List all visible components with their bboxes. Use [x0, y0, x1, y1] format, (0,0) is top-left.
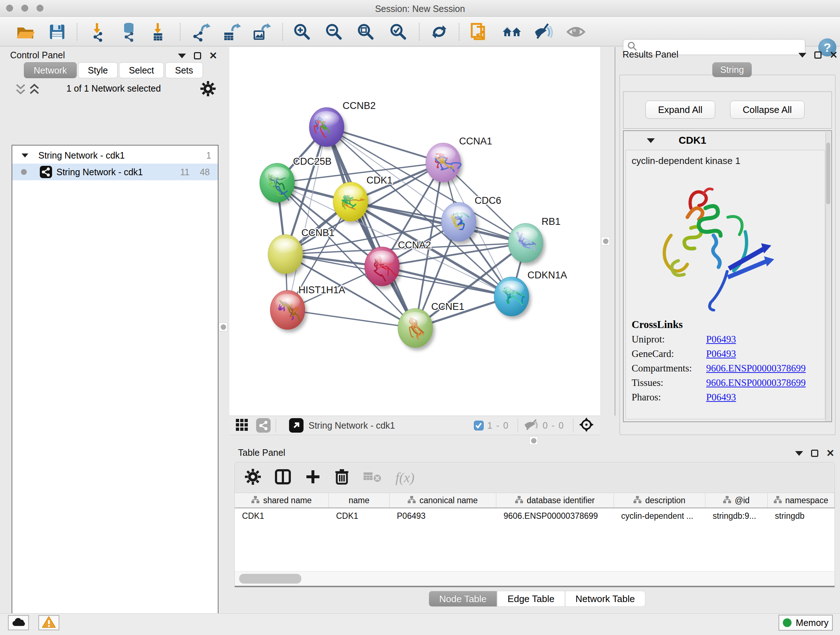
network-canvas[interactable]: CCNB2 CCNA1 CDC25B CDK1 CDC6 RB1 CCNB1 C… — [229, 47, 600, 416]
import-table-button[interactable] — [148, 21, 169, 42]
collapse-all-button[interactable]: Collapse All — [730, 101, 805, 119]
zoom-selected-button[interactable] — [387, 21, 409, 42]
table-row[interactable]: CDK1CDK1P064939606.ENSP00000378699cyclin… — [235, 508, 835, 524]
hidden-eye-icon[interactable] — [523, 418, 539, 432]
zoom-selected-icon — [388, 22, 408, 42]
tab-style[interactable]: Style — [78, 62, 118, 78]
gear-icon[interactable] — [201, 81, 216, 98]
expand-all-icon[interactable] — [28, 82, 41, 98]
add-column-icon[interactable] — [305, 469, 321, 486]
tab-network[interactable]: Network — [24, 62, 77, 78]
crosslink-link[interactable]: 9606.ENSP00000378699 — [706, 363, 806, 374]
table-float-icon[interactable] — [795, 451, 803, 456]
zoom-in-button[interactable] — [291, 21, 312, 42]
horizontal-splitter-handle[interactable] — [529, 436, 538, 445]
tab-sets[interactable]: Sets — [165, 62, 203, 78]
cloud-icon — [11, 616, 26, 629]
panel-close-icon[interactable]: ✕ — [209, 52, 218, 59]
selected-nodes-checkbox-icon[interactable] — [474, 421, 484, 431]
left-splitter-handle[interactable] — [219, 323, 227, 331]
table-cell[interactable]: 9606.ENSP00000378699 — [496, 508, 614, 524]
tab-string[interactable]: String — [712, 62, 752, 77]
import-network-database-button[interactable] — [118, 21, 139, 42]
node-CCNA1[interactable]: CCNA1 — [426, 136, 493, 182]
apply-layout-button[interactable] — [429, 21, 450, 42]
tab-edge-table[interactable]: Edge Table — [497, 591, 565, 607]
panel-maximize-icon[interactable] — [194, 52, 201, 59]
panel-float-icon[interactable] — [178, 54, 186, 58]
import-table-icon — [148, 22, 169, 42]
import-network-file-button[interactable] — [88, 21, 109, 42]
network-row[interactable]: String Network - cdk1 11 48 — [12, 164, 218, 180]
crosslink-link[interactable]: P06493 — [706, 348, 736, 359]
open-in-new-icon[interactable] — [289, 418, 303, 432]
table-settings-gear-icon[interactable] — [245, 469, 261, 486]
node-HIST1H1A[interactable]: HIST1H1A — [270, 285, 345, 329]
edge-CCNA2-CDKN1A[interactable] — [382, 266, 512, 296]
duplicate-network-icon — [469, 22, 489, 42]
tab-node-table[interactable]: Node Table — [429, 591, 497, 607]
column-header-description[interactable]: description — [614, 493, 706, 508]
column-header-canonical-name[interactable]: canonical name — [390, 493, 496, 508]
duplicate-network-button[interactable] — [469, 21, 489, 42]
show-all-button[interactable] — [565, 21, 586, 42]
node-RB1[interactable]: RB1 — [508, 216, 561, 263]
protein-expander-icon[interactable] — [647, 138, 655, 143]
column-header-namespace[interactable]: namespace — [767, 493, 835, 508]
node-CDC25B[interactable]: CDC25B — [260, 156, 332, 203]
crosslink-link[interactable]: P06493 — [706, 392, 736, 403]
collapse-all-icon[interactable] — [14, 82, 27, 98]
column-label: @id — [735, 496, 750, 505]
table-close-icon[interactable]: ✕ — [826, 450, 835, 457]
crosslink-link[interactable]: P06493 — [706, 334, 736, 345]
string-app-icon[interactable] — [256, 418, 271, 432]
zoom-fit-button[interactable] — [355, 21, 376, 42]
node-CCNB1[interactable]: CCNB1 — [268, 227, 335, 274]
crosshair-icon[interactable] — [578, 417, 594, 434]
edge-HIST1H1A-CCNE1[interactable] — [287, 310, 415, 328]
zoom-out-button[interactable] — [323, 21, 344, 42]
cloud-button[interactable] — [8, 615, 29, 630]
results-maximize-icon[interactable] — [814, 51, 821, 59]
table-maximize-icon[interactable] — [811, 450, 818, 457]
network-collection-row[interactable]: String Network - cdk1 1 — [12, 147, 218, 164]
results-scrollbar[interactable] — [826, 132, 831, 421]
table-cell[interactable]: cyclin-dependent ... — [614, 508, 706, 524]
shared-column-icon — [408, 496, 416, 505]
hscroll-thumb[interactable] — [239, 574, 302, 584]
edge-CCNB2-CCNE1[interactable] — [327, 127, 415, 328]
warning-button[interactable] — [38, 615, 59, 630]
table-cell[interactable]: stringdb — [767, 508, 835, 524]
results-float-icon[interactable] — [798, 53, 806, 57]
column-header-shared-name[interactable]: shared name — [235, 493, 329, 508]
first-neighbors-button[interactable] — [501, 21, 523, 42]
table-cell[interactable]: P06493 — [390, 508, 496, 524]
table-cell[interactable]: CDK1 — [235, 508, 329, 524]
table-cell[interactable]: stringdb:9... — [706, 508, 767, 524]
save-session-button[interactable] — [47, 21, 68, 42]
delete-column-icon[interactable] — [335, 469, 349, 486]
export-table-button[interactable] — [221, 21, 242, 42]
vertical-splitter-handle[interactable] — [601, 237, 610, 245]
expand-all-button[interactable]: Expand All — [645, 101, 715, 119]
node-CCNE1[interactable]: CCNE1 — [398, 301, 464, 348]
tab-select[interactable]: Select — [119, 62, 164, 78]
column-header-database-identifier[interactable]: database identifier — [496, 493, 614, 508]
hide-selected-button[interactable] — [532, 21, 554, 42]
edge-CCNB2-CCNA1[interactable] — [327, 127, 443, 163]
collection-expander-icon[interactable] — [22, 153, 28, 157]
crosslink-link[interactable]: 9606.ENSP00000378699 — [706, 377, 806, 388]
memory-button[interactable]: Memory — [778, 615, 833, 631]
tab-network-table[interactable]: Network Table — [565, 591, 645, 607]
column-header--id[interactable]: @id — [706, 493, 767, 508]
column-header-name[interactable]: name — [329, 493, 390, 508]
grid-mode-icon[interactable] — [236, 418, 249, 432]
export-network-button[interactable] — [191, 21, 212, 42]
node-CDKN1A[interactable]: CDKN1A — [494, 270, 567, 316]
table-cell[interactable]: CDK1 — [329, 508, 390, 524]
show-columns-icon[interactable] — [275, 469, 291, 486]
export-image-button[interactable] — [251, 21, 272, 42]
results-close-icon[interactable]: ✕ — [829, 51, 838, 59]
table-hscrollbar[interactable] — [235, 571, 835, 586]
open-session-button[interactable] — [15, 21, 36, 42]
